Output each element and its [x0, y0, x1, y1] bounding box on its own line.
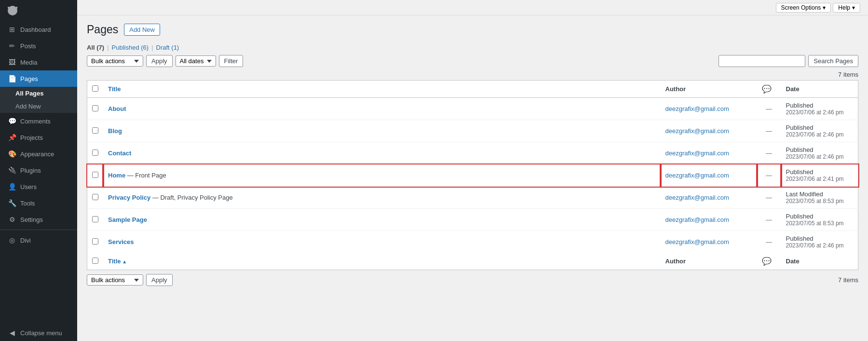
- row-title-link[interactable]: Sample Page: [108, 216, 147, 223]
- sidebar-item-tools[interactable]: 🔧 Tools: [0, 195, 77, 211]
- row-author-cell: deezgrafix@gmail.com: [661, 209, 757, 231]
- sidebar-item-divi-label: Divi: [20, 237, 31, 244]
- search-input[interactable]: [719, 55, 805, 67]
- row-title-link[interactable]: Privacy Policy: [108, 194, 150, 201]
- bulk-actions-select-top[interactable]: Bulk actions Edit Move to Trash: [87, 55, 143, 67]
- search-pages-button[interactable]: Search Pages: [808, 55, 858, 67]
- row-checkbox[interactable]: [92, 216, 98, 222]
- comments-footer-icon: 💬: [762, 257, 772, 265]
- row-title-link[interactable]: About: [108, 105, 126, 112]
- row-comments-value: —: [766, 150, 772, 157]
- sidebar-item-posts[interactable]: ✏ Posts: [0, 38, 77, 54]
- row-title-link[interactable]: Home: [108, 172, 125, 179]
- help-button[interactable]: Help ▾: [833, 3, 860, 13]
- row-title-sub: — Front Page: [125, 172, 166, 179]
- apply-button-bottom[interactable]: Apply: [146, 274, 173, 286]
- th-comments: 💬: [757, 81, 781, 98]
- row-checkbox-cell: [87, 120, 104, 142]
- sidebar-item-pages[interactable]: 📄 Pages: [0, 70, 77, 87]
- sidebar-item-divi[interactable]: ◎ Divi: [0, 232, 77, 248]
- row-title-cell: Privacy Policy — Draft, Privacy Policy P…: [103, 187, 661, 209]
- row-checkbox[interactable]: [92, 105, 98, 111]
- row-comments-value: —: [766, 194, 772, 201]
- row-author-link[interactable]: deezgrafix@gmail.com: [665, 105, 729, 112]
- comments-column-icon: 💬: [762, 85, 772, 93]
- wordpress-logo-icon: W: [8, 6, 17, 15]
- sidebar-item-users[interactable]: 👤 Users: [0, 178, 77, 195]
- sidebar-item-projects[interactable]: 📌 Projects: [0, 129, 77, 146]
- th-title: Title: [103, 81, 661, 98]
- posts-icon: ✏: [8, 41, 16, 50]
- row-title-link[interactable]: Blog: [108, 127, 122, 135]
- row-author-link[interactable]: deezgrafix@gmail.com: [665, 216, 729, 223]
- sidebar-item-tools-label: Tools: [20, 200, 35, 207]
- sidebar-item-media[interactable]: 🖼 Media: [0, 54, 77, 70]
- sidebar: W ⊞ Dashboard ✏ Posts 🖼 Media 📄 Pages Al…: [0, 0, 77, 341]
- row-checkbox[interactable]: [92, 127, 98, 134]
- row-author-cell: deezgrafix@gmail.com: [661, 142, 757, 164]
- sep2: |: [151, 44, 153, 51]
- row-author-link[interactable]: deezgrafix@gmail.com: [665, 172, 729, 179]
- add-new-button[interactable]: Add New: [124, 24, 160, 36]
- sidebar-item-settings[interactable]: ⚙ Settings: [0, 211, 77, 228]
- select-all-checkbox[interactable]: [92, 85, 98, 92]
- collapse-menu-button[interactable]: ◀ Collapse menu: [0, 325, 77, 341]
- tools-icon: 🔧: [8, 199, 16, 207]
- row-author-link[interactable]: deezgrafix@gmail.com: [665, 194, 729, 201]
- row-author-cell: deezgrafix@gmail.com: [661, 164, 757, 187]
- bottom-actions-bar: Bulk actions Edit Move to Trash Apply 7 …: [87, 274, 858, 286]
- title-sort-link-bottom[interactable]: Title: [108, 258, 127, 265]
- row-date-cell: Last Modified 2023/07/05 at 8:53 pm: [781, 187, 858, 209]
- sidebar-item-users-label: Users: [20, 183, 37, 191]
- row-date-value: 2023/07/06 at 2:46 pm: [786, 109, 854, 116]
- table-row: About deezgrafix@gmail.com — Published 2…: [87, 98, 858, 120]
- filter-published[interactable]: Published (6): [112, 44, 149, 51]
- row-author-cell: deezgrafix@gmail.com: [661, 98, 757, 120]
- sidebar-item-all-pages[interactable]: All Pages: [0, 87, 77, 100]
- filter-all[interactable]: All (7): [87, 44, 104, 51]
- row-author-link[interactable]: deezgrafix@gmail.com: [665, 150, 729, 157]
- tf-date: Date: [781, 253, 858, 270]
- row-checkbox[interactable]: [92, 194, 98, 200]
- row-checkbox[interactable]: [92, 238, 98, 245]
- sidebar-item-comments[interactable]: 💬 Comments: [0, 113, 77, 129]
- row-author-link[interactable]: deezgrafix@gmail.com: [665, 238, 729, 246]
- row-comments-cell: —: [757, 142, 781, 164]
- row-date-status: Last Modified: [786, 191, 854, 198]
- row-author-cell: deezgrafix@gmail.com: [661, 120, 757, 142]
- row-title-cell: Blog: [103, 120, 661, 142]
- filter-draft[interactable]: Draft (1): [156, 44, 179, 51]
- row-title-link[interactable]: Services: [108, 238, 134, 246]
- screen-options-button[interactable]: Screen Options ▾: [776, 3, 831, 13]
- filter-button[interactable]: Filter: [219, 55, 244, 67]
- sidebar-item-pages-label: Pages: [20, 75, 38, 82]
- sidebar-item-dashboard[interactable]: ⊞ Dashboard: [0, 21, 77, 38]
- row-checkbox-cell: [87, 209, 104, 231]
- sidebar-item-appearance[interactable]: 🎨 Appearance: [0, 146, 77, 162]
- row-checkbox[interactable]: [92, 150, 98, 156]
- row-author-link[interactable]: deezgrafix@gmail.com: [665, 127, 729, 135]
- sidebar-item-plugins[interactable]: 🔌 Plugins: [0, 162, 77, 178]
- dashboard-icon: ⊞: [8, 25, 16, 34]
- row-comments-value: —: [766, 216, 772, 223]
- title-sort-link[interactable]: Title: [108, 85, 121, 93]
- select-all-checkbox-bottom[interactable]: [92, 258, 98, 264]
- bulk-actions-select-bottom[interactable]: Bulk actions Edit Move to Trash: [87, 274, 143, 286]
- pages-icon: 📄: [8, 74, 16, 83]
- filter-links: All (7) | Published (6) | Draft (1): [87, 44, 858, 51]
- row-checkbox[interactable]: [92, 172, 98, 178]
- table-body: About deezgrafix@gmail.com — Published 2…: [87, 98, 858, 253]
- sidebar-item-settings-label: Settings: [20, 216, 43, 223]
- sidebar-item-add-new-page[interactable]: Add New: [0, 100, 77, 113]
- apply-button-top[interactable]: Apply: [146, 55, 173, 67]
- table-row: Services deezgrafix@gmail.com — Publishe…: [87, 231, 858, 253]
- sep1: |: [107, 44, 108, 51]
- table-footer-row: Title Author 💬 Date: [87, 253, 858, 270]
- row-title-link[interactable]: Contact: [108, 150, 131, 157]
- row-date-status: Published: [786, 146, 854, 153]
- row-comments-cell: —: [757, 98, 781, 120]
- dates-filter-select[interactable]: All dates 2023/07: [176, 55, 216, 67]
- page-title: Pages: [87, 23, 118, 36]
- projects-icon: 📌: [8, 133, 16, 142]
- row-comments-cell: —: [757, 231, 781, 253]
